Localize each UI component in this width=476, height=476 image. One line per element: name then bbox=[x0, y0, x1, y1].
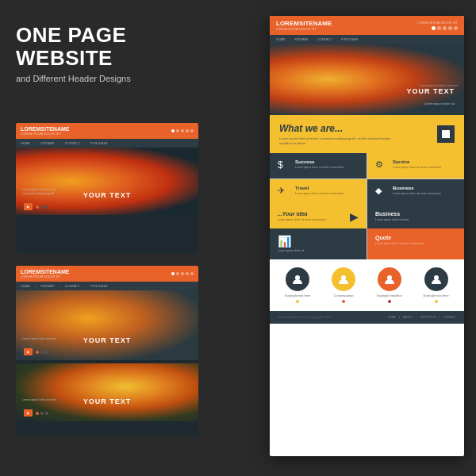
svg-rect-1 bbox=[446, 130, 450, 138]
large-logo-area: LOREMSITENAME LOREM IPSUM DOLOR SIT bbox=[276, 20, 332, 31]
large-right-header: LOREM IPSUM DOLOR SIT bbox=[417, 21, 458, 30]
footer-nav: HOME | ABOUT | PORTFOLIO | CONTACT bbox=[388, 316, 456, 319]
mockup-nav-dots bbox=[36, 205, 48, 209]
large-footer: www.samplewebsite.com / copyright / 2015… bbox=[270, 311, 464, 324]
mockup-bottom-hero1: YOUR TEXT ▶ Lorem ipsum dolor sit amet bbox=[16, 290, 198, 360]
mockup-cta-b1: ▶ bbox=[24, 348, 48, 355]
ndot-b1-3 bbox=[45, 351, 48, 354]
large-logo: LOREMSITENAME bbox=[276, 20, 332, 27]
fnav-sep3: | bbox=[439, 316, 440, 319]
biz-item-right: Business Lorem ipsum dolor sit amet bbox=[367, 205, 464, 228]
nav-dots-b2 bbox=[36, 412, 48, 415]
page-subtitle: and Different Header Designs bbox=[16, 74, 206, 83]
ldot-4 bbox=[448, 26, 452, 30]
dollar-icon: $ bbox=[278, 159, 290, 172]
mockup-nav-bottom: HOME | SITEMAP | CONTACT | PURCHASE bbox=[16, 282, 198, 290]
idea-sub: Lorem ipsum dolor sit amet consectetur bbox=[278, 218, 326, 222]
circles-section: Example text here Consequuntur Example h… bbox=[270, 259, 464, 311]
service-travel-content: Travel Lorem ipsum dolor sit amet consec… bbox=[295, 186, 344, 196]
circle-1-icon bbox=[292, 274, 303, 285]
nav-sep2: | bbox=[60, 141, 60, 145]
idea-arrow-icon: ▶ bbox=[350, 211, 359, 222]
circle-item-2: Consequuntur bbox=[332, 267, 355, 303]
mockup-cta: ▶ bbox=[24, 203, 48, 210]
mockup-logo-sub-b: LOREM IPSUM DOLOR SIT bbox=[21, 274, 69, 278]
large-hero-extra: Lorem ipsum dolor sit amet bbox=[420, 83, 458, 87]
footer-copy: www.samplewebsite.com / copyright / 2015 bbox=[278, 316, 331, 319]
svg-rect-0 bbox=[442, 130, 446, 138]
lnav-sep3: | bbox=[336, 37, 337, 41]
circle-1-label: Example text here bbox=[285, 294, 310, 298]
bdot-3 bbox=[181, 272, 184, 275]
large-contact: LOREM IPSUM DOLOR SIT bbox=[417, 21, 458, 25]
service-travel-label: Travel bbox=[295, 186, 344, 190]
quote-item: Quote Lorem ipsum dolor sit amet consect… bbox=[367, 228, 464, 259]
bnav-home: HOME bbox=[21, 284, 30, 288]
dot-1 bbox=[171, 129, 175, 132]
ldot-1 bbox=[432, 26, 436, 30]
service-travel-desc: Lorem ipsum dolor sit amet consectetur bbox=[295, 192, 344, 196]
bnav-contact: CONTACT bbox=[65, 284, 80, 288]
large-header-dots bbox=[432, 26, 458, 30]
circle-2-icon bbox=[338, 274, 349, 285]
lnav-contact: CONTACT bbox=[317, 37, 332, 41]
fnav-contact: CONTACT bbox=[443, 316, 456, 319]
travel-icon: ✈ bbox=[278, 186, 290, 198]
bnav-purchase: PURCHASE bbox=[90, 284, 108, 288]
what-we-are-section: What we are... Lorem ipsum dolor sit ame… bbox=[270, 115, 464, 153]
mockup-cta-b2: ▶ bbox=[24, 409, 48, 416]
dot-3 bbox=[181, 129, 184, 132]
ndot-b2-2 bbox=[40, 412, 44, 415]
large-nav: HOME | SITEMAP | CONTACT | PURCHASE bbox=[270, 35, 464, 44]
ndot-b2-3 bbox=[45, 412, 48, 415]
service-business-content: Business Lorem ipsum dolor sit amet cons… bbox=[393, 186, 441, 196]
mockup-hero-text-b1: YOUR TEXT bbox=[83, 336, 132, 344]
service-travel: ✈ Travel Lorem ipsum dolor sit amet cons… bbox=[270, 179, 367, 205]
cta-box: ▶ bbox=[24, 203, 33, 210]
lnav-sitemap: SITEMAP bbox=[294, 37, 309, 41]
lnav-sep2: | bbox=[313, 37, 313, 41]
bnav-sep2: | bbox=[60, 284, 60, 288]
mockup-header-top: LOREMSITENAME LOREM IPSUM DOLOR SIT bbox=[16, 123, 198, 139]
book-svg bbox=[440, 129, 451, 140]
sidebar-text-b1: Lorem ipsum dolor sit amet bbox=[22, 337, 58, 341]
ldot-2 bbox=[437, 26, 441, 30]
circle-3-icon bbox=[384, 274, 395, 285]
service-success: $ Success Lorem ipsum dolor sit amet con… bbox=[270, 153, 367, 178]
quote-sub: Lorem ipsum dolor sit amet consectetur bbox=[375, 242, 456, 246]
mockup-nav-top: HOME | SITEMAP | CONTACT | PURCHASE bbox=[16, 139, 198, 148]
large-hero: YOUR TEXT Lorem ipsum dolor sit Lorem ip… bbox=[270, 44, 464, 115]
circle-3-dot bbox=[388, 300, 391, 303]
bnav-sep1: | bbox=[35, 284, 36, 288]
mockup-sidebar-text: Lorem ipsum dolor sit amet consectetur a… bbox=[22, 188, 58, 196]
circle-item-3: Example headline bbox=[377, 267, 402, 303]
service-business-label: Business bbox=[393, 186, 441, 190]
service-service-content: Service Lorem ipsum dolor sit amet conse… bbox=[393, 159, 441, 170]
service-business: ◆ Business Lorem ipsum dolor sit amet co… bbox=[367, 179, 464, 205]
idea-item: ...Your idea Lorem ipsum dolor sit amet … bbox=[270, 205, 367, 228]
large-hero-text: YOUR TEXT bbox=[406, 87, 455, 95]
nav-dot-3 bbox=[45, 205, 48, 209]
bdot-1 bbox=[171, 272, 175, 275]
cta-box-b2: ▶ bbox=[24, 409, 33, 416]
idea-content: ...Your idea Lorem ipsum dolor sit amet … bbox=[278, 211, 326, 222]
service-success-content: Success Lorem ipsum dolor sit amet conse… bbox=[295, 159, 344, 170]
dot-2 bbox=[176, 129, 179, 132]
circle-3 bbox=[378, 267, 401, 291]
biz-label: Business bbox=[375, 211, 456, 217]
nav-home: HOME bbox=[21, 141, 30, 145]
nav-contact: CONTACT bbox=[65, 141, 80, 145]
biz-sub: Lorem ipsum dolor sit amet bbox=[375, 218, 456, 222]
circle-4 bbox=[424, 267, 448, 291]
large-logo-sub: LOREM IPSUM DOLOR SIT bbox=[276, 27, 332, 31]
service-service: ⚙ Service Lorem ipsum dolor sit amet con… bbox=[367, 153, 464, 178]
circle-1-dot bbox=[296, 300, 299, 303]
fnav-sep2: | bbox=[416, 316, 416, 319]
book-icon bbox=[437, 125, 455, 143]
nav-sitemap: SITEMAP bbox=[40, 141, 55, 145]
mockup-logo: LOREMSITENAME bbox=[21, 126, 69, 132]
bdot-4 bbox=[186, 272, 189, 275]
ndot-b1-2 bbox=[40, 351, 44, 354]
sidebar-text-b2: Lorem ipsum dolor sit amet bbox=[22, 398, 58, 402]
bdot-2 bbox=[176, 272, 179, 275]
